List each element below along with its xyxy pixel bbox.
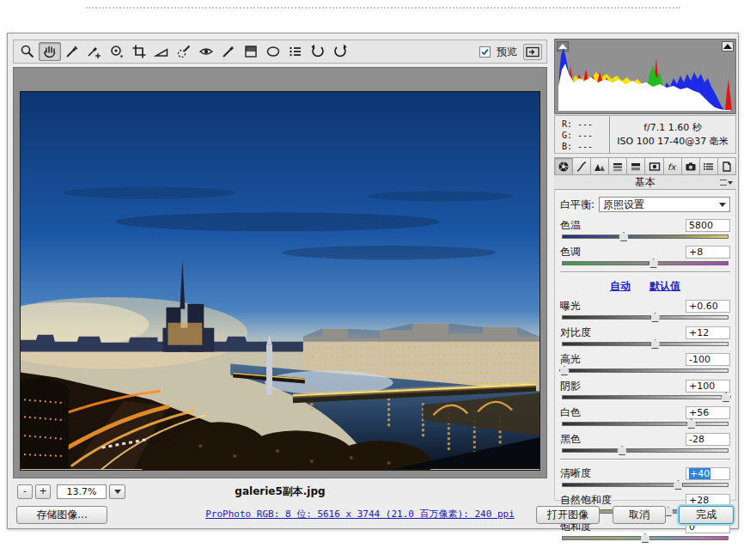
cancel-button[interactable]: 取消	[613, 506, 666, 524]
slider-contrast: 对比度+12	[560, 326, 730, 346]
slider-value-field[interactable]: +8	[686, 246, 730, 259]
white-balance-label: 白平衡:	[560, 198, 594, 212]
slider-track[interactable]	[562, 261, 729, 265]
adjustment-brush-tool[interactable]	[217, 42, 240, 61]
zoom-level-field[interactable]: 13.7%	[57, 484, 107, 499]
slider-label: 清晰度	[560, 466, 591, 481]
white-balance-select[interactable]: 原照设置	[599, 197, 730, 212]
zoom-level-dropdown[interactable]	[109, 484, 125, 499]
slider-value-field[interactable]: +56	[686, 406, 730, 419]
slider-label: 高光	[560, 352, 581, 367]
slider-thumb[interactable]	[650, 313, 661, 322]
slider-label: 白色	[560, 405, 581, 420]
toolbar: 预览	[13, 40, 547, 64]
slider-label: 对比度	[560, 326, 591, 340]
slider-label: 阴影	[560, 379, 581, 393]
zoom-in-button[interactable]: +	[35, 484, 51, 499]
rotate-left-tool[interactable]	[307, 42, 329, 61]
open-image-button[interactable]: 打开图像	[536, 506, 600, 524]
graduated-filter-tool[interactable]	[240, 42, 262, 61]
tab-detail[interactable]	[591, 157, 609, 175]
slider-thumb[interactable]	[673, 480, 683, 490]
hand-tool[interactable]	[39, 42, 61, 61]
b-value: B: ---	[562, 141, 609, 152]
slider-thumb[interactable]	[721, 393, 731, 402]
image-canvas[interactable]	[13, 67, 547, 478]
histogram-plot	[557, 40, 734, 112]
chevron-down-icon	[719, 203, 726, 207]
tab-hsl-grayscale[interactable]	[609, 157, 627, 175]
tab-tone-curve[interactable]	[573, 157, 591, 175]
page: 预览	[0, 0, 756, 548]
separator	[560, 459, 730, 460]
default-link[interactable]: 默认值	[649, 279, 680, 294]
slider-track[interactable]	[562, 315, 729, 320]
photo-preview[interactable]	[20, 91, 540, 471]
spot-removal-tool[interactable]	[173, 42, 195, 61]
g-value: G: ---	[562, 130, 609, 141]
slider-thumb[interactable]	[649, 259, 659, 268]
slider-label: 色调	[560, 245, 581, 259]
preferences-tool[interactable]	[284, 42, 307, 61]
slider-thumb[interactable]	[617, 446, 627, 455]
slider-track[interactable]	[562, 483, 729, 487]
tab-lens-corrections[interactable]	[645, 157, 663, 175]
auto-link[interactable]: 自动	[610, 279, 631, 294]
toggle-fullscreen-icon[interactable]	[523, 44, 542, 60]
straighten-tool[interactable]	[150, 42, 173, 61]
histogram	[554, 39, 736, 114]
slider-thumb[interactable]	[559, 366, 570, 375]
slider-track[interactable]	[562, 536, 729, 540]
red-eye-tool[interactable]	[195, 42, 217, 61]
svg-text:fx: fx	[668, 162, 677, 172]
tab-effects[interactable]: fx	[664, 157, 682, 175]
white-balance-value: 原照设置	[603, 198, 644, 212]
zoom-out-button[interactable]: -	[17, 484, 33, 499]
slider-label: 黑色	[560, 432, 581, 447]
save-image-button[interactable]: 存储图像...	[16, 506, 107, 524]
zoom-tool[interactable]	[16, 42, 39, 61]
slider-value-field[interactable]: 5800	[686, 219, 730, 232]
slider-track[interactable]	[562, 422, 729, 426]
color-sampler-tool[interactable]	[83, 42, 106, 61]
tab-snapshots[interactable]	[718, 157, 736, 175]
slider-value-field[interactable]: +28	[686, 494, 730, 507]
slider-track[interactable]	[562, 448, 729, 453]
exif-readout: R: --- G: --- B: --- f/7.1 1.60 秒 ISO 10…	[554, 115, 736, 154]
slider-value-field[interactable]: +40	[686, 467, 730, 480]
slider-value-field[interactable]: +0.60	[686, 300, 730, 313]
slider-track[interactable]	[562, 395, 729, 399]
panel-header: 基本	[554, 175, 736, 190]
panel-menu-icon[interactable]	[720, 178, 734, 187]
aperture-shutter: f/7.1 1.60 秒	[610, 121, 735, 135]
slider-tint: 色调+8	[560, 245, 730, 265]
tab-split-toning[interactable]	[627, 157, 645, 175]
tab-presets[interactable]	[700, 157, 718, 175]
crop-tool[interactable]	[128, 42, 150, 61]
tab-camera-calibration[interactable]	[682, 157, 700, 175]
slider-value-field[interactable]: +12	[686, 326, 730, 339]
slider-value-field[interactable]: -28	[686, 433, 730, 446]
radial-filter-tool[interactable]	[262, 42, 284, 61]
slider-value-field[interactable]: +100	[686, 380, 730, 393]
preview-checkbox[interactable]	[479, 46, 491, 58]
workflow-options-link[interactable]: ProPhoto RGB: 8 位: 5616 x 3744 (21.0 百万像…	[180, 508, 540, 521]
slider-thumb[interactable]	[650, 339, 661, 349]
preview-bottom-strip: - + 13.7% galerie5副本.jpg	[13, 481, 547, 502]
rotate-right-tool[interactable]	[329, 42, 351, 61]
white-balance-tool[interactable]	[61, 42, 83, 61]
slider-track[interactable]	[562, 342, 729, 346]
done-button[interactable]: 完成	[679, 506, 734, 524]
slider-thumb[interactable]	[640, 533, 650, 543]
r-value: R: ---	[562, 119, 609, 130]
slider-label: 色温	[560, 218, 581, 233]
tab-basic[interactable]	[554, 157, 573, 175]
panel-tabs: fx	[554, 157, 736, 175]
slider-track[interactable]	[562, 234, 729, 239]
slider-value-field[interactable]: -100	[686, 353, 730, 366]
slider-track[interactable]	[562, 368, 729, 373]
slider-thumb[interactable]	[686, 419, 697, 429]
right-panel: R: --- G: --- B: --- f/7.1 1.60 秒 ISO 10…	[554, 39, 736, 501]
targeted-adjustment-tool[interactable]	[106, 42, 128, 61]
slider-thumb[interactable]	[619, 232, 629, 241]
